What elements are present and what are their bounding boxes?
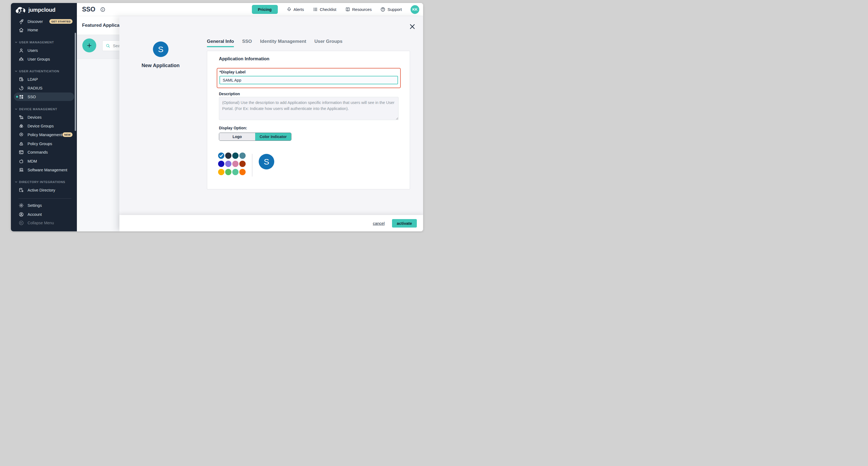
tab-general-info[interactable]: General Info — [207, 39, 234, 47]
color-swatch[interactable] — [239, 161, 246, 167]
cancel-button[interactable]: cancel — [373, 221, 385, 226]
sidebar-item-label: LDAP — [28, 77, 38, 82]
avatar[interactable]: KK — [410, 5, 419, 14]
color-swatch[interactable] — [239, 152, 246, 159]
logo-text: jumpcloud — [28, 7, 55, 13]
devices-icon — [19, 115, 24, 120]
color-swatch[interactable] — [225, 161, 231, 167]
color-indicator-option-button[interactable]: Color Indicator — [255, 133, 291, 141]
support-button[interactable]: Support — [380, 7, 402, 12]
sidebar-item-label: Policy Management — [28, 133, 62, 137]
sidebar-item-label: RADIUS — [28, 86, 42, 90]
color-swatch[interactable] — [225, 169, 231, 175]
display-option-toggle: Logo Color Indicator — [219, 133, 291, 141]
sidebar-item-settings[interactable]: Settings — [14, 201, 74, 209]
section-user-management[interactable]: USER MANAGEMENT — [14, 40, 74, 45]
color-preview-badge: S — [259, 154, 274, 169]
sidebar-item-home[interactable]: Home — [14, 26, 74, 34]
section-label: USER AUTHENTICATION — [19, 69, 59, 73]
color-swatch[interactable] — [232, 169, 239, 175]
color-swatch[interactable] — [218, 169, 224, 175]
active-dot — [16, 96, 18, 98]
modal-tabs: General Info SSO Identity Management Use… — [207, 39, 342, 47]
sidebar-item-label: MDM — [28, 159, 37, 164]
tab-label: SSO — [242, 39, 252, 44]
tab-identity-management[interactable]: Identity Management — [260, 39, 306, 47]
sidebar-item-device-groups[interactable]: Device Groups — [14, 122, 74, 130]
display-label-input[interactable] — [219, 76, 398, 84]
section-label: DEVICE MANAGEMENT — [19, 108, 57, 111]
policy-icon — [19, 132, 24, 138]
sidebar-item-devices[interactable]: Devices — [14, 113, 74, 121]
sidebar-item-label: Active Directory — [28, 188, 55, 192]
sidebar-item-software-management[interactable]: Software Management — [14, 166, 74, 174]
section-label: DIRECTORY INTEGRATIONS — [19, 180, 65, 184]
color-swatch[interactable] — [232, 152, 239, 159]
sidebar-item-account[interactable]: Account — [14, 210, 74, 219]
sidebar-item-label: Software Management — [28, 168, 67, 172]
section-directory-integrations[interactable]: DIRECTORY INTEGRATIONS — [14, 179, 74, 184]
display-label-label: *Display Label — [219, 70, 246, 74]
sidebar-item-label: Device Groups — [28, 124, 54, 128]
active-directory-icon — [19, 187, 24, 193]
bell-icon — [286, 7, 292, 12]
color-swatch[interactable] — [239, 169, 246, 175]
tab-user-groups[interactable]: User Groups — [314, 39, 342, 47]
tab-sso[interactable]: SSO — [242, 39, 252, 47]
plus-icon: + — [87, 41, 92, 50]
sidebar-item-label: Collapse Menu — [28, 221, 54, 225]
software-icon — [19, 167, 24, 173]
sidebar-item-label: Home — [28, 28, 38, 32]
chevron-down-icon — [14, 108, 18, 111]
sidebar-item-mdm[interactable]: MDM — [14, 157, 74, 165]
close-icon[interactable] — [409, 23, 416, 30]
color-swatch[interactable] — [225, 152, 231, 159]
sidebar-item-commands[interactable]: Commands — [14, 148, 74, 156]
rocket-icon — [19, 19, 24, 24]
device-groups-icon — [19, 123, 24, 129]
sidebar-item-policy-groups[interactable]: Policy Groups — [14, 139, 74, 148]
display-option-label: Display Option: — [219, 126, 247, 130]
color-swatch[interactable] — [218, 161, 224, 167]
sidebar-item-policy-management[interactable]: Policy Management NEW — [14, 130, 74, 139]
logo-option-button[interactable]: Logo — [219, 133, 255, 141]
sidebar-item-user-groups[interactable]: User Groups — [14, 55, 74, 63]
section-label: USER MANAGEMENT — [19, 41, 54, 44]
sidebar: jumpcloud Discover GET STARTED Home USER… — [11, 3, 77, 231]
color-swatch-selected[interactable] — [218, 152, 224, 159]
top-header: SSO Pricing Alerts Checklist Resources — [77, 3, 423, 16]
sidebar-item-collapse-menu[interactable]: Collapse Menu — [14, 219, 74, 227]
resources-button[interactable]: Resources — [345, 7, 372, 12]
sidebar-item-discover[interactable]: Discover GET STARTED — [14, 17, 74, 26]
sidebar-item-active-directory[interactable]: Active Directory — [14, 186, 74, 194]
nav-label: Resources — [352, 7, 372, 12]
collapse-icon — [19, 220, 24, 226]
color-swatch[interactable] — [232, 161, 239, 167]
add-application-button[interactable]: + — [82, 38, 96, 52]
activate-button[interactable]: activate — [392, 219, 417, 228]
alerts-button[interactable]: Alerts — [286, 7, 304, 12]
tab-label: General Info — [207, 39, 234, 44]
sidebar-divider — [19, 198, 71, 199]
commands-icon — [19, 149, 24, 155]
sidebar-item-users[interactable]: Users — [14, 46, 74, 55]
cloud-users-icon — [16, 6, 26, 13]
nav-label: Alerts — [293, 7, 304, 12]
app-name: New Application — [128, 63, 193, 68]
info-icon[interactable] — [100, 7, 105, 12]
sidebar-item-label: User Groups — [28, 57, 50, 61]
sidebar-scrollbar[interactable] — [75, 33, 76, 131]
sidebar-item-label: SSO — [28, 95, 36, 99]
sidebar-item-sso[interactable]: SSO — [14, 92, 74, 101]
checklist-button[interactable]: Checklist — [313, 7, 336, 12]
section-user-authentication[interactable]: USER AUTHENTICATION — [14, 69, 74, 74]
pricing-button[interactable]: Pricing — [252, 5, 278, 14]
sidebar-item-radius[interactable]: RADIUS — [14, 84, 74, 92]
account-icon — [19, 212, 24, 217]
card-heading: Application Information — [219, 56, 269, 61]
description-textarea[interactable] — [219, 97, 399, 120]
sso-grid-icon — [19, 94, 24, 99]
tab-label: User Groups — [314, 39, 342, 44]
sidebar-item-ldap[interactable]: LDAP — [14, 75, 74, 84]
section-device-management[interactable]: DEVICE MANAGEMENT — [14, 107, 74, 112]
